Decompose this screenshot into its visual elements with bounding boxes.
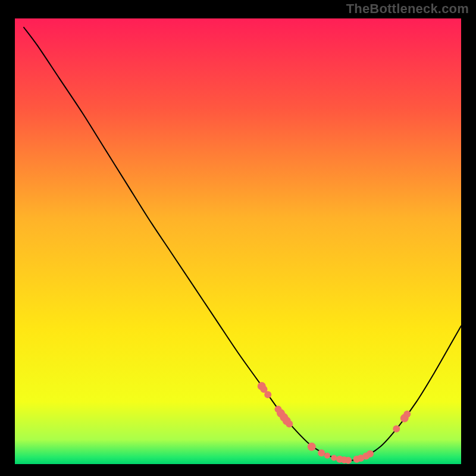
marker-dot [318, 449, 325, 456]
marker-dot [324, 453, 330, 459]
marker-dot [308, 443, 316, 451]
marker-dot [331, 455, 337, 461]
marker-dot [367, 450, 374, 458]
marker-dot [393, 425, 400, 433]
marker-dot [345, 457, 352, 464]
chart-container: TheBottleneck.com [0, 0, 476, 476]
plot-background [15, 18, 461, 464]
marker-dot [403, 411, 411, 418]
marker-dot [264, 391, 271, 398]
bottleneck-chart [0, 0, 476, 476]
marker-dot [286, 421, 293, 428]
watermark-text: TheBottleneck.com [346, 1, 469, 17]
